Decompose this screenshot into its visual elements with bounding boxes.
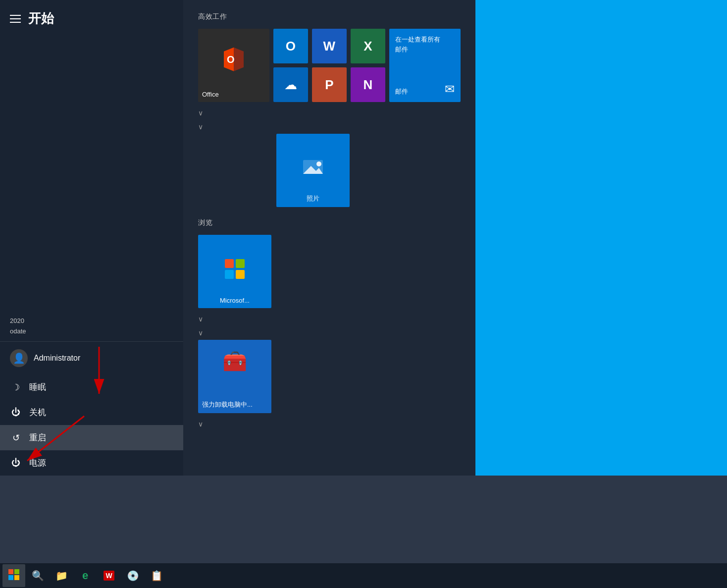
svg-rect-13 (8, 569, 13, 574)
wps-icon: W (104, 571, 114, 581)
svg-rect-16 (14, 575, 19, 580)
left-spacer (0, 37, 183, 311)
word-icon: W (323, 39, 336, 54)
tile-mail[interactable]: 在一处查看所有邮件 邮件 ✉ (389, 29, 461, 102)
taskbar-notes-button[interactable]: 📋 (145, 564, 168, 587)
avatar: 👤 (10, 349, 28, 367)
start-menu: 开始 2020 odate 👤 Administrator ☽ 睡眠 ⏻ 关机 (0, 0, 475, 476)
section-gap-1 (198, 211, 461, 218)
start-title: 开始 (28, 10, 54, 27)
taskbar-filemanager-button[interactable]: 📁 (50, 564, 73, 587)
tile-onenote[interactable]: N (351, 67, 385, 102)
taskbar-search-button[interactable]: 🔍 (26, 564, 49, 587)
store-icon (222, 256, 248, 287)
chevron-row-5[interactable]: ∨ (198, 417, 461, 431)
taskbar-start-button[interactable] (2, 564, 25, 587)
shutdown-icon: ⏻ (10, 407, 22, 418)
restart-button[interactable]: ↺ 重启 (0, 425, 183, 450)
svg-rect-6 (225, 259, 234, 268)
browser-icon: e (82, 569, 88, 582)
taskbar-browser-button[interactable]: e (74, 564, 97, 587)
svg-rect-8 (225, 270, 234, 279)
svg-rect-15 (8, 575, 13, 580)
section-label-browse: 浏览 (198, 218, 461, 227)
chevron-row-2[interactable]: ∨ (198, 120, 461, 134)
tile-excel[interactable]: X (351, 29, 385, 63)
photos-icon (301, 155, 325, 184)
user-section[interactable]: 👤 Administrator (0, 341, 183, 374)
taskbar-disk-button[interactable]: 💿 (121, 564, 144, 587)
tile-onedrive[interactable]: ☁ (273, 67, 308, 102)
tile-photos-label: 照片 (307, 194, 319, 203)
tile-word[interactable]: W (312, 29, 347, 63)
tile-mail-subtitle: 在一处查看所有邮件 (395, 35, 440, 54)
taskbar-wps-button[interactable]: W (98, 564, 120, 587)
chevron-icon-1: ∨ (198, 109, 203, 117)
ppt-icon: P (325, 77, 333, 93)
mail-envelope-icon: ✉ (445, 82, 455, 96)
svg-rect-7 (236, 259, 245, 268)
notes-icon: 📋 (151, 570, 163, 582)
power-icon: ⏻ (10, 458, 22, 468)
svg-rect-14 (14, 569, 19, 574)
search-icon: 🔍 (32, 570, 44, 582)
onedrive-icon: ☁ (284, 77, 297, 93)
restart-icon: ↺ (10, 432, 22, 443)
list-items-area: 2020 odate (0, 311, 183, 341)
svg-text:O: O (227, 54, 235, 65)
tile-office-label: Office (202, 91, 219, 98)
chevron-row-3[interactable]: ∨ (198, 312, 461, 326)
start-header: 开始 (0, 0, 183, 37)
section-label-productive: 高效工作 (198, 12, 461, 21)
chevron-icon-3: ∨ (198, 315, 203, 323)
chevron-icon-4: ∨ (198, 329, 203, 337)
power-label: 电源 (29, 457, 46, 469)
folder-icon: 📁 (55, 570, 68, 582)
tile-store[interactable]: Microsof... (198, 235, 271, 308)
chevron-icon-5: ∨ (198, 420, 203, 428)
outlook-icon: O (286, 39, 296, 54)
small-tiles-group: O W X ☁ (273, 29, 385, 102)
chevron-icon-2: ∨ (198, 123, 203, 131)
office-logo-icon: O (220, 46, 248, 79)
svg-rect-9 (236, 270, 245, 279)
shutdown-label: 关机 (29, 407, 46, 418)
onenote-icon: N (363, 77, 372, 93)
disk-icon: 💿 (127, 570, 139, 582)
tiles-panel: 高效工作 (183, 0, 475, 476)
tile-uninstall-label: 强力卸载电脑中... (202, 400, 253, 409)
desktop-blue-area (475, 0, 727, 476)
sleep-button[interactable]: ☽ 睡眠 (0, 374, 183, 400)
power-menu: ☽ 睡眠 ⏻ 关机 ↺ 重启 ⏻ 电源 (0, 374, 183, 476)
shutdown-button[interactable]: ⏻ 关机 (0, 400, 183, 425)
tile-photos[interactable]: 照片 (276, 134, 350, 207)
start-button-icon (8, 569, 19, 583)
svg-point-4 (316, 161, 321, 166)
tile-uninstall[interactable]: 🧰 强力卸载电脑中... (198, 340, 271, 413)
sleep-icon: ☽ (10, 382, 22, 393)
small-tiles-row-2: ☁ P N (273, 67, 385, 102)
tile-store-label: Microsof... (220, 297, 250, 304)
hamburger-button[interactable] (10, 15, 21, 23)
restart-label: 重启 (29, 432, 46, 443)
user-name: Administrator (34, 354, 80, 363)
list-item-year: 2020 (10, 316, 173, 326)
list-item-update: odate (10, 326, 173, 336)
tile-mail-label: 邮件 (395, 87, 408, 96)
sleep-label: 睡眠 (29, 381, 46, 393)
small-tiles-row-1: O W X (273, 29, 385, 63)
chevron-row-1[interactable]: ∨ (198, 106, 461, 120)
uninstall-icon: 🧰 (222, 350, 247, 373)
left-panel: 开始 2020 odate 👤 Administrator ☽ 睡眠 ⏻ 关机 (0, 0, 183, 476)
browse-row-1: Microsof... (198, 235, 461, 308)
excel-icon: X (364, 39, 372, 54)
productive-row-1: O Office O W X (198, 29, 461, 102)
power-button[interactable]: ⏻ 电源 (0, 450, 183, 476)
tile-office[interactable]: O Office (198, 29, 269, 102)
tile-powerpoint[interactable]: P (312, 67, 347, 102)
browse-row-2: 🧰 强力卸载电脑中... (198, 340, 461, 413)
chevron-row-4[interactable]: ∨ (198, 326, 461, 340)
avatar-icon: 👤 (13, 352, 25, 364)
tile-outlook[interactable]: O (273, 29, 308, 63)
tile-mail-bottom: 邮件 ✉ (395, 82, 455, 96)
